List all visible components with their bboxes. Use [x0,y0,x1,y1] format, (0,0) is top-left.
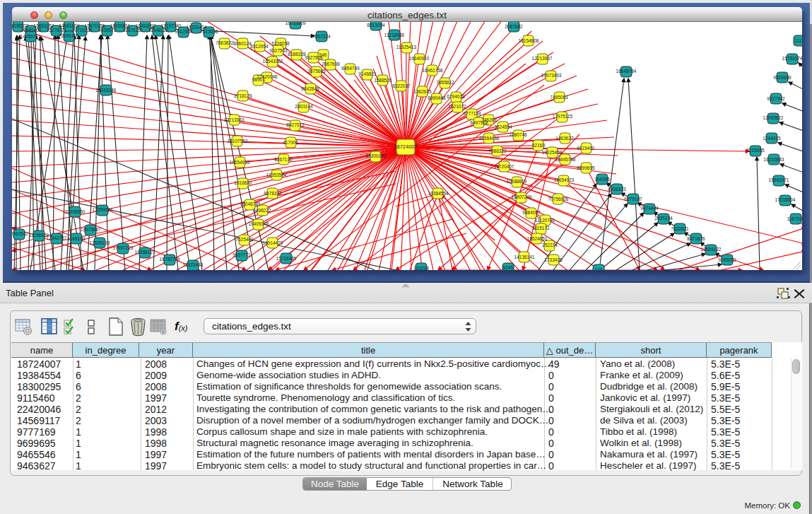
svg-text:10025458: 10025458 [542,150,563,155]
svg-text:3875685: 3875685 [307,69,326,74]
svg-text:19975887: 19975887 [81,227,101,232]
svg-text:17975115: 17975115 [553,114,573,119]
svg-text:12505135: 12505135 [90,240,110,245]
svg-text:8990448: 8990448 [428,95,446,100]
svg-text:9327503: 9327503 [269,48,288,53]
svg-text:12213967: 12213967 [532,56,553,61]
svg-text:7515536: 7515536 [200,29,218,34]
svg-text:70756928: 70756928 [548,197,569,201]
svg-text:19524851: 19524851 [527,236,548,241]
svg-text:16154808: 16154808 [519,38,539,43]
svg-text:2935134: 2935134 [654,216,673,221]
svg-text:15716485: 15716485 [276,256,297,261]
svg-text:12353594: 12353594 [266,173,287,177]
svg-text:9227342: 9227342 [767,96,785,101]
svg-text:17016504: 17016504 [775,197,796,202]
svg-text:1112: 1112 [794,38,802,43]
svg-text:1916682: 1916682 [234,180,252,185]
svg-text:12213363: 12213363 [224,117,245,122]
svg-text:1145194: 1145194 [68,236,86,241]
svg-text:11325413: 11325413 [396,45,417,49]
svg-text:10719135: 10719135 [72,28,93,33]
svg-text:16107552: 16107552 [228,139,248,144]
svg-text:9245: 9245 [503,265,514,270]
svg-text:15276021: 15276021 [47,28,67,33]
svg-text:16046785: 16046785 [240,201,261,206]
svg-text:124: 124 [595,267,603,270]
svg-text:9035571: 9035571 [98,28,117,33]
svg-text:252214: 252214 [542,243,558,247]
svg-text:16210643: 16210643 [764,157,784,162]
svg-text:12197340: 12197340 [161,23,182,28]
svg-text:2803144: 2803144 [295,104,313,109]
svg-text:3624554: 3624554 [494,124,512,129]
svg-text:8899695: 8899695 [577,165,595,170]
svg-text:15751074: 15751074 [782,56,802,61]
svg-text:8454749: 8454749 [341,66,360,71]
svg-text:12923448: 12923448 [183,262,204,267]
svg-text:18807249: 18807249 [512,194,532,199]
svg-text:8813054: 8813054 [367,23,385,28]
svg-text:10958127: 10958127 [135,250,155,255]
svg-text:19384554: 19384554 [428,191,449,196]
svg-text:8267130: 8267130 [274,157,293,162]
svg-text:1588520: 1588520 [374,78,392,83]
svg-text:11548122: 11548122 [148,28,169,33]
svg-text:9474444: 9474444 [640,206,659,211]
svg-text:2087682: 2087682 [505,24,523,29]
svg-text:1463627: 1463627 [555,136,574,141]
svg-text:20691406: 20691406 [21,28,42,33]
svg-text:9657771: 9657771 [233,252,251,257]
svg-text:26053346: 26053346 [96,88,117,93]
svg-text:18724007: 18724007 [394,144,417,150]
svg-text:2867608: 2867608 [322,62,340,66]
svg-text:1733426: 1733426 [544,257,563,262]
svg-text:7485063: 7485063 [550,95,568,100]
svg-text:6794028: 6794028 [447,94,465,99]
svg-text:7886322: 7886322 [488,148,507,153]
svg-text:6879197: 6879197 [624,197,642,201]
svg-text:1621072: 1621072 [448,104,466,109]
svg-text:1167534: 1167534 [787,216,802,221]
svg-text:9884067: 9884067 [522,210,541,215]
svg-text:20206550: 20206550 [65,209,86,214]
svg-text:16648784: 16648784 [616,69,637,74]
svg-text:16782759: 16782759 [160,257,180,262]
svg-text:10033809: 10033809 [286,22,306,25]
svg-text:20691406: 20691406 [59,33,79,38]
svg-text:16543362: 16543362 [263,59,283,64]
svg-text:19654935: 19654935 [230,160,250,165]
svg-text:12093822: 12093822 [763,115,784,120]
svg-text:7632621: 7632621 [671,226,689,231]
svg-text:1080748: 1080748 [509,132,527,137]
svg-text:17957223: 17957223 [113,245,134,250]
svg-text:8322037: 8322037 [392,83,411,88]
svg-text:8960124: 8960124 [233,41,252,46]
svg-text:1362615: 1362615 [413,89,432,94]
svg-text:19654923: 19654923 [554,177,575,182]
svg-text:546: 546 [319,52,327,57]
svg-text:15692971: 15692971 [769,177,789,182]
svg-text:16640910: 16640910 [409,56,430,61]
svg-text:1244415: 1244415 [763,136,781,141]
svg-text:7955812: 7955812 [436,80,454,85]
svg-text:417006: 417006 [283,140,298,145]
svg-text:25300293: 25300293 [366,153,387,158]
svg-text:14136141: 14136141 [514,255,535,259]
svg-text:11218986: 11218986 [384,33,405,37]
svg-text:9912954: 9912954 [175,29,193,34]
svg-text:8186328: 8186328 [288,52,306,57]
svg-text:8471676: 8471676 [687,236,705,241]
svg-text:7663822: 7663822 [216,40,234,45]
svg-text:18495758: 18495758 [555,157,576,162]
svg-text:7857224: 7857224 [312,34,331,39]
svg-text:17359924: 17359924 [93,207,113,212]
svg-text:9115460: 9115460 [577,146,595,151]
svg-text:746266: 746266 [481,117,497,122]
svg-text:164095: 164095 [594,177,610,182]
svg-text:129234: 129234 [413,266,429,270]
svg-text:1615172: 1615172 [531,226,550,230]
svg-text:11120746: 11120746 [535,218,555,223]
svg-text:2718126: 2718126 [234,93,252,98]
svg-text:21564436: 21564436 [479,136,500,141]
